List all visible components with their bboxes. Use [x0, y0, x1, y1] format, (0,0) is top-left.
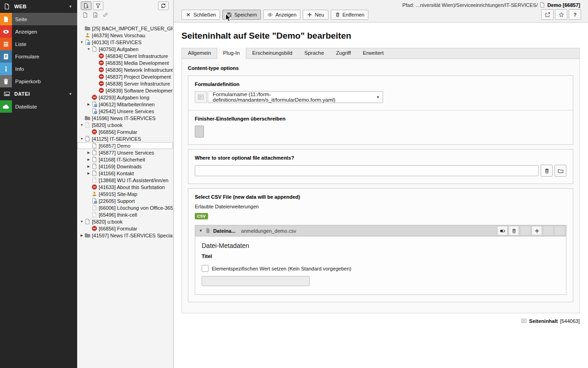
tree-item-label: [41125] IT-SERVICES	[92, 136, 141, 142]
sidebar-item-info[interactable]: Info	[0, 63, 77, 75]
tree-item[interactable]: [66856] Formular	[77, 225, 173, 232]
tree-item[interactable]: ▼[41125] IT-SERVICES	[77, 135, 173, 142]
expand-icon[interactable]: ▶	[86, 151, 91, 155]
expand-icon[interactable]: ▶	[86, 165, 91, 168]
attachments-folder-input[interactable]	[195, 165, 539, 176]
tree-item[interactable]: [45837] Project Development	[77, 73, 173, 80]
module-group-header[interactable]: DATEI▾	[0, 87, 77, 100]
tree-item[interactable]: [25] BACH_IMPORT_FE_USER_GROUPS	[77, 25, 173, 32]
tree-item[interactable]: [45835] Media Development	[77, 59, 173, 66]
tree-item[interactable]: ▼[5820] u:book	[77, 218, 173, 225]
trash-button[interactable]	[509, 226, 519, 236]
star-button[interactable]	[555, 9, 567, 20]
help-button[interactable]: ?	[569, 9, 581, 20]
schließen-button[interactable]: Schließen	[181, 10, 220, 20]
sidebar-item-liste[interactable]: Liste	[0, 38, 77, 50]
tree-item[interactable]: [66006] Löschung von Office-365 Acco	[77, 204, 173, 211]
sidebar-item-formulare[interactable]: Formulare	[0, 50, 77, 63]
tab-plug-in[interactable]: Plug-In	[217, 48, 246, 59]
collapse-icon[interactable]: ▼	[199, 229, 203, 233]
record-type-label: Seiteninhalt	[529, 318, 558, 324]
expand-icon[interactable]: ▶	[86, 103, 91, 106]
tree-item-label: [66856] Formular	[99, 129, 137, 135]
sidebar-item-label: Seite	[15, 17, 27, 22]
sidebar-item-anzeigen[interactable]: Anzeigen	[0, 25, 77, 38]
caret-down-icon[interactable]: ▾	[69, 92, 72, 96]
page-new-button[interactable]	[81, 1, 91, 10]
hidden-icon	[98, 74, 104, 80]
sidebar-item-dateiliste[interactable]: Dateiliste	[0, 100, 77, 113]
tree-item[interactable]: ▶[41168] IT-Sicherheit	[77, 156, 173, 163]
tree-item[interactable]: [41596] News IT-SERVICES	[77, 115, 173, 121]
tree-item[interactable]: ▶[41597] News IT-SERVICES Special Pa	[77, 232, 173, 239]
tree-item[interactable]: [65496] think-cell	[77, 211, 173, 218]
sidebar-item-papierkorb[interactable]: Papierkorb	[0, 75, 77, 87]
page-arrow-drag-icon[interactable]	[92, 12, 98, 18]
anzeigen-button[interactable]: Anzeigen	[263, 10, 300, 20]
file-name: anmeldungen_demo.csv	[241, 228, 296, 234]
clear-field-button[interactable]	[541, 165, 553, 177]
collapse-icon[interactable]: ▼	[79, 123, 85, 126]
tree-item[interactable]: [66857] Demo	[77, 142, 173, 149]
caret-down-icon[interactable]: ▾	[69, 4, 72, 9]
collapse-icon[interactable]: ▼	[79, 40, 85, 44]
tab-zugriff[interactable]: Zugriff	[330, 48, 356, 58]
collapse-icon[interactable]: ▼	[79, 137, 85, 140]
tree-item-label: [41597] News IT-SERVICES Special Pa	[92, 233, 173, 238]
tab-erscheinungsbild[interactable]: Erscheinungsbild	[246, 48, 299, 58]
field-label-csv: Select CSV File (new data will be append…	[195, 194, 566, 200]
disabled-action-slot	[554, 226, 565, 236]
collapse-icon[interactable]: ▼	[79, 220, 85, 223]
tree-item[interactable]: ▶[41169] Downloads	[77, 163, 173, 170]
eye-icon	[267, 12, 273, 17]
toggle-icon	[500, 228, 505, 234]
tree-item[interactable]: [13868] WU IT-Assistent/inn/en	[77, 177, 173, 184]
file-reference-header[interactable]: ▼ Dateina... anmeldungen_demo.csv	[195, 225, 566, 236]
page-drag-icon[interactable]	[82, 12, 88, 18]
tree-item[interactable]: [42542] Unsere Services	[77, 108, 173, 115]
speichern-button[interactable]: Speichern	[222, 10, 261, 20]
plus-button[interactable]	[531, 226, 542, 236]
neu-button[interactable]: Neu	[303, 10, 328, 20]
tree-item[interactable]: ▼[40750] Aufgaben	[77, 46, 173, 52]
tree-item[interactable]: [45915] Site-Map	[77, 190, 173, 197]
element-value-checkbox[interactable]	[202, 265, 209, 272]
tree-item[interactable]: ▶[45877] Unsere Services	[77, 149, 173, 156]
open-new-button[interactable]	[541, 9, 554, 20]
tree-item[interactable]: ▶[41166] Kontakt	[77, 170, 173, 177]
page-icon	[91, 163, 97, 169]
page-title: Seiteninhalt auf Seite "Demo" bearbeiten	[181, 31, 580, 41]
tree-item[interactable]: ▼[40130] IT-SERVICES	[77, 39, 173, 46]
tree-item[interactable]: [22605] Support	[77, 197, 173, 204]
entfernen-button[interactable]: Entfernen	[331, 10, 369, 20]
module-group-header[interactable]: WEB▾	[0, 0, 77, 13]
tab-erweitert[interactable]: Erweitert	[357, 48, 390, 58]
browse-folder-button[interactable]	[554, 165, 566, 177]
tree-item[interactable]: [45834] Client Infrastructure	[77, 52, 173, 59]
collapse-icon[interactable]: ▼	[86, 47, 91, 51]
tree-item[interactable]: [46379] News Vorschau	[77, 32, 173, 39]
expand-icon[interactable]: ▶	[86, 158, 91, 161]
expand-icon[interactable]: ▶	[86, 172, 91, 175]
toggle-button[interactable]	[497, 226, 508, 236]
formulardefinition-select[interactable]: Formularname (11:/form-definitions/manda…	[208, 91, 383, 103]
sidebar-item-seite[interactable]: Seite	[0, 13, 77, 25]
tree-item[interactable]: [45836] Network Infrastructure	[77, 66, 173, 73]
tree-item[interactable]: [42293] Aufgaben long	[77, 94, 173, 101]
filter-button[interactable]	[93, 1, 103, 10]
module-icon-box	[0, 75, 12, 87]
tree-item[interactable]: ▼[5820] u:book	[77, 121, 173, 128]
tab-allgemein[interactable]: Allgemein	[182, 48, 217, 58]
tree-item[interactable]: [66856] Formular	[77, 128, 173, 135]
csv-extension-badge: CSV	[195, 213, 208, 219]
tree-item[interactable]: [45839] Software Development	[77, 87, 173, 94]
tab-sprache[interactable]: Sprache	[299, 48, 330, 58]
finisher-checkbox[interactable]	[195, 126, 204, 138]
refresh-button[interactable]	[158, 1, 169, 10]
page-faded-icon	[91, 177, 97, 183]
tree-item[interactable]: ▶[40612] Mitarbeiter/innen	[77, 101, 173, 108]
link-icon[interactable]	[102, 12, 108, 18]
tree-item[interactable]: [45838] Server Infrastructure	[77, 80, 173, 87]
expand-icon[interactable]: ▶	[79, 234, 85, 237]
tree-item[interactable]: [41633] About this Surfstation	[77, 184, 173, 190]
